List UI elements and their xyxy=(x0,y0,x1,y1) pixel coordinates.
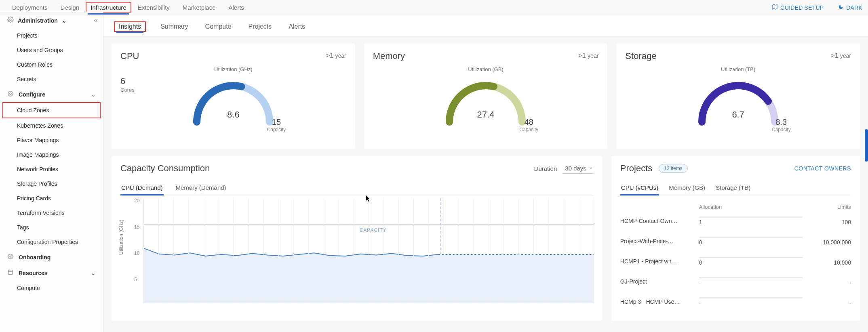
capacity-title: Capacity Consumption xyxy=(120,163,210,174)
sidebar-item-custom-roles[interactable]: Custom Roles xyxy=(0,57,103,72)
sidebar-group-configure[interactable]: Configure ⌄ xyxy=(0,86,103,102)
sidebar-item-cloud-zones[interactable]: Cloud Zones xyxy=(2,102,101,118)
top-nav: Deployments Design Infrastructure Extens… xyxy=(0,0,868,15)
project-limit: - xyxy=(803,279,851,286)
dark-mode-toggle[interactable]: DARK xyxy=(838,4,862,11)
project-limit: 10,000 xyxy=(803,259,851,266)
ptab-memory[interactable]: Memory (GB) xyxy=(668,181,706,195)
sidebar-group-resources[interactable]: Resources ⌄ xyxy=(0,265,103,281)
sidebar-group-administration[interactable]: Administration ⌄ xyxy=(0,12,103,28)
project-row[interactable]: HCMP1 - Project wit… 0 10,000 xyxy=(620,253,851,273)
svg-point-3 xyxy=(8,91,13,96)
svg-rect-5 xyxy=(8,270,13,275)
onboarding-icon xyxy=(7,253,15,261)
sidebar-item-image-mappings[interactable]: Image Mappings xyxy=(0,147,103,162)
sidebar-item-storage-profiles[interactable]: Storage Profiles xyxy=(0,177,103,191)
nav-marketplace[interactable]: Marketplace xyxy=(176,0,222,15)
subtab-alerts[interactable]: Alerts xyxy=(286,17,308,37)
subtab-compute[interactable]: Compute xyxy=(203,17,234,37)
project-alloc: - xyxy=(699,279,701,286)
cpu-title: CPU xyxy=(120,51,346,61)
svg-point-2 xyxy=(10,93,11,95)
storage-card: Storage >1 year Utilization (TB) 6.7 8.3… xyxy=(616,44,860,149)
chevron-down-icon: ⌄ xyxy=(91,270,96,276)
projects-card: Projects 13 items CONTACT OWNERS CPU (vC… xyxy=(611,156,860,321)
project-name: GJ-Project xyxy=(620,278,699,285)
memory-gauge: 27.4 48Capacity xyxy=(441,76,530,124)
project-alloc: 1 xyxy=(699,219,702,225)
project-row[interactable]: Project-With-Price-… 0 10,000,000 xyxy=(620,233,851,253)
sidebar-collapse-icon[interactable] xyxy=(93,18,99,25)
sidebar-group-onboarding-label: Onboarding xyxy=(19,254,51,261)
sidebar: Administration ⌄ Projects Users and Grou… xyxy=(0,15,103,332)
project-row[interactable]: HCMp 3 - HCMP Use… - - xyxy=(620,293,851,313)
sidebar-group-configure-label: Configure xyxy=(19,91,45,98)
nav-extensibility[interactable]: Extensibility xyxy=(131,0,176,15)
capacity-chart: Utilization (GHz) CAPACITY 5101520 xyxy=(120,198,594,311)
moon-icon xyxy=(838,4,844,11)
subtab-insights[interactable]: Insights xyxy=(116,21,143,33)
resources-icon xyxy=(7,269,15,277)
sidebar-group-onboarding[interactable]: Onboarding xyxy=(0,249,103,265)
duration-dropdown[interactable]: 30 days xyxy=(563,163,594,174)
memory-gauge-title: Utilization (GB) xyxy=(441,66,530,72)
guided-setup-link[interactable]: GUIDED SETUP xyxy=(771,4,824,11)
sidebar-item-network-profiles[interactable]: Network Profiles xyxy=(0,162,103,177)
project-name: Project-With-Price-… xyxy=(620,238,699,244)
duration-label: Duration xyxy=(534,165,557,172)
storage-title: Storage xyxy=(625,51,851,61)
storage-gauge-title: Utilization (TB) xyxy=(694,66,783,72)
scrollbar-thumb[interactable] xyxy=(865,129,868,162)
subtab-summary[interactable]: Summary xyxy=(158,17,190,37)
cpu-card: CPU >1 year 6 Cores Utilization (GHz) 8.… xyxy=(112,44,355,149)
sidebar-item-terraform-versions[interactable]: Terraform Versions xyxy=(0,206,103,220)
cpu-gauge: 8.6 15Capacity xyxy=(189,76,278,124)
project-name: HCMP1 - Project wit… xyxy=(620,258,699,265)
gear-icon xyxy=(7,17,14,24)
chevron-down-icon: ⌄ xyxy=(91,91,96,98)
sidebar-item-flavor-mappings[interactable]: Flavor Mappings xyxy=(0,133,103,147)
settings-icon xyxy=(7,90,15,98)
projects-tabs: CPU (vCPUs) Memory (GB) Storage (TB) xyxy=(620,181,851,196)
project-name: HCMP-Contact-Own… xyxy=(620,218,699,224)
sidebar-item-users-groups[interactable]: Users and Groups xyxy=(0,43,103,57)
projects-table-header: Allocation Limits xyxy=(620,202,851,212)
ptab-storage[interactable]: Storage (TB) xyxy=(715,181,751,195)
memory-card: Memory >1 year Utilization (GB) 27.4 48C… xyxy=(364,44,608,149)
sidebar-item-secrets[interactable]: Secrets xyxy=(0,72,103,86)
sidebar-item-projects[interactable]: Projects xyxy=(0,28,103,43)
contact-owners-link[interactable]: CONTACT OWNERS xyxy=(794,165,851,172)
nav-alerts[interactable]: Alerts xyxy=(222,0,251,15)
project-row[interactable]: GJ-Project - - xyxy=(620,273,851,293)
highlight-infrastructure: Infrastructure xyxy=(86,2,131,13)
subtab-projects[interactable]: Projects xyxy=(246,17,274,37)
sidebar-item-pricing-cards[interactable]: Pricing Cards xyxy=(0,191,103,206)
sidebar-group-administration-label: Administration xyxy=(18,17,58,24)
svg-marker-0 xyxy=(772,4,777,9)
project-alloc: - xyxy=(699,300,701,306)
capacity-tabs: CPU (Demand) Memory (Demand) xyxy=(120,181,594,196)
projects-title: Projects xyxy=(620,163,652,174)
capacity-consumption-card: Capacity Consumption Duration 30 days CP… xyxy=(112,156,603,321)
ptab-cpu[interactable]: CPU (vCPUs) xyxy=(620,181,659,195)
sidebar-item-kubernetes-zones[interactable]: Kubernetes Zones xyxy=(0,118,103,133)
sidebar-item-configuration-properties[interactable]: Configuration Properties xyxy=(0,235,103,249)
sidebar-item-tags[interactable]: Tags xyxy=(0,220,103,235)
project-row[interactable]: HCMP-Contact-Own… 1 100 xyxy=(620,212,851,233)
project-limit: 10,000,000 xyxy=(803,239,851,246)
storage-age: >1 year xyxy=(831,52,851,60)
chart-ylabel: Utilization (GHz) xyxy=(118,220,124,255)
project-alloc: 0 xyxy=(699,259,702,266)
sidebar-item-compute[interactable]: Compute xyxy=(0,281,103,295)
storage-gauge: 6.7 8.3Capacity xyxy=(694,76,783,124)
memory-title: Memory xyxy=(373,51,599,61)
cpu-age: >1 year xyxy=(326,52,346,60)
map-icon xyxy=(771,4,778,11)
tab-cpu-demand[interactable]: CPU (Demand) xyxy=(120,181,164,195)
highlight-insights: Insights xyxy=(114,21,146,32)
sidebar-group-resources-label: Resources xyxy=(19,270,48,276)
guided-setup-label: GUIDED SETUP xyxy=(780,4,824,11)
chevron-down-icon: ⌄ xyxy=(62,17,67,24)
tab-memory-demand[interactable]: Memory (Demand) xyxy=(175,181,227,195)
project-name: HCMp 3 - HCMP Use… xyxy=(620,298,699,305)
